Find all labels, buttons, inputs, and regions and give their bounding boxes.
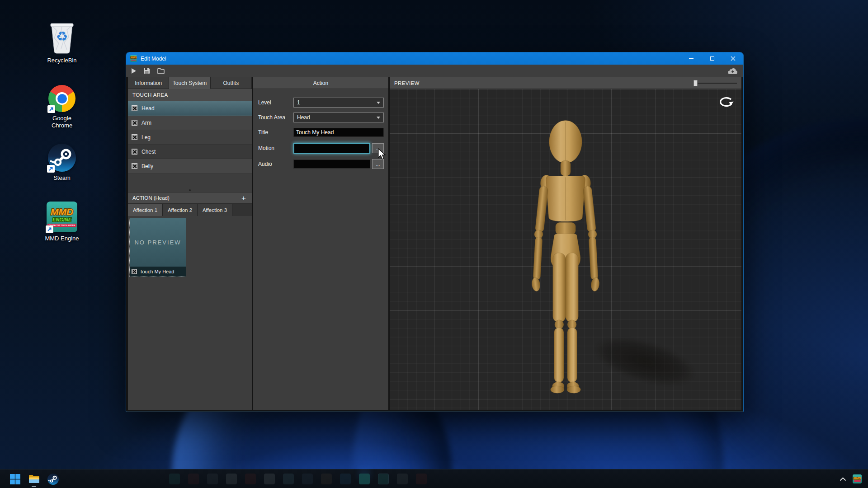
row-label: Arm <box>142 120 151 126</box>
no-preview-placeholder: NO PREVIEW <box>130 218 186 267</box>
checkbox-checked-icon[interactable] <box>132 120 137 126</box>
checkbox-checked-icon[interactable] <box>132 163 137 169</box>
left-panel: Information Touch System Outfits TOUCH A… <box>128 77 252 410</box>
shortcut-arrow-icon <box>47 165 55 173</box>
desktop-icon-mmd-engine[interactable]: MMD ENGINE CHARACTER TOUCH SYSTEM MMD En… <box>35 202 89 242</box>
row-label: Belly <box>142 163 153 169</box>
touch-area-row-head[interactable]: Head <box>128 101 252 116</box>
app-icon: MMD <box>130 55 137 62</box>
action-section-header: ACTION (Head) + <box>128 192 252 204</box>
action-card-caption: Touch My Head <box>130 267 186 277</box>
desktop: ♻ RecycleBin Google Chrome <box>0 0 868 488</box>
touch-area-header: TOUCH AREA <box>128 89 252 101</box>
affection-tabbar: Affection 1 Affection 2 Affection 3 <box>128 204 252 216</box>
mouse-cursor <box>378 148 386 160</box>
recycle-bin-icon: ♻ <box>48 20 76 54</box>
file-explorer-button[interactable] <box>28 473 40 485</box>
toolbar <box>126 65 743 77</box>
slider-track <box>693 83 737 84</box>
touch-area-label: Touch Area <box>258 114 293 121</box>
level-value: 1 <box>297 99 300 106</box>
desktop-icon-label: Google Chrome <box>42 115 81 129</box>
action-form: Level 1 Touch Area Head <box>253 89 388 174</box>
window-body: Information Touch System Outfits TOUCH A… <box>126 77 743 411</box>
tab-affection-1[interactable]: Affection 1 <box>128 204 163 216</box>
preview-panel: PREVIEW <box>390 77 741 410</box>
close-button[interactable] <box>722 52 743 65</box>
tray-chevron-up-icon[interactable] <box>840 477 846 481</box>
start-button[interactable] <box>9 473 21 485</box>
row-label: Leg <box>142 134 151 141</box>
action-panel-header: Action <box>253 77 388 89</box>
ghost-taskbar-icons <box>169 474 427 484</box>
touch-area-list: Head Arm Leg Chest <box>128 101 252 192</box>
title-input[interactable] <box>293 128 384 137</box>
minimize-button[interactable] <box>681 52 702 65</box>
action-section-title: ACTION (Head) <box>132 195 170 201</box>
titlebar[interactable]: MMD Edit Model <box>126 52 743 65</box>
preview-header: PREVIEW <box>390 77 741 89</box>
action-panel: Action Level 1 Touch Area Head <box>253 77 388 410</box>
desktop-icon-label: MMD Engine <box>35 235 89 242</box>
rotate-view-icon[interactable] <box>718 96 734 109</box>
row-label: Chest <box>142 149 156 155</box>
action-card[interactable]: NO PREVIEW Touch My Head <box>129 218 186 277</box>
save-icon[interactable] <box>143 67 150 74</box>
window-title: Edit Model <box>141 56 681 62</box>
touch-area-select[interactable]: Head <box>293 113 384 122</box>
checkbox-checked-icon[interactable] <box>132 149 137 155</box>
add-action-button[interactable]: + <box>239 193 248 202</box>
tab-affection-2[interactable]: Affection 2 <box>163 204 198 216</box>
desktop-icon-steam[interactable]: Steam <box>35 144 89 182</box>
shortcut-arrow-icon <box>46 225 53 233</box>
title-label: Title <box>258 129 293 136</box>
steam-taskbar-button[interactable] <box>47 473 59 485</box>
motion-input[interactable] <box>293 143 370 154</box>
splitter-handle[interactable] <box>189 189 191 191</box>
checkbox-checked-icon[interactable] <box>132 269 137 274</box>
audio-label: Audio <box>258 161 293 167</box>
action-card-region: NO PREVIEW Touch My Head <box>128 216 252 410</box>
mannequin-model <box>510 113 621 410</box>
checkbox-checked-icon[interactable] <box>132 134 137 140</box>
taskbar: MMD <box>0 469 868 488</box>
chevron-down-icon <box>377 102 380 106</box>
maximize-button[interactable] <box>702 52 722 65</box>
main-tabbar: Information Touch System Outfits <box>128 77 252 89</box>
chevron-down-icon <box>377 117 380 121</box>
tab-affection-3[interactable]: Affection 3 <box>198 204 232 216</box>
open-folder-icon[interactable] <box>157 68 165 74</box>
system-tray: MMD <box>840 469 862 488</box>
running-indicator <box>32 486 36 487</box>
level-label: Level <box>258 99 293 106</box>
row-label: Head <box>142 105 155 112</box>
preview-viewport[interactable] <box>390 89 741 410</box>
tab-information[interactable]: Information <box>128 77 169 89</box>
edit-model-window: MMD Edit Model <box>126 52 744 412</box>
tray-mmd-engine-icon[interactable]: MMD <box>853 474 862 483</box>
audio-input[interactable] <box>293 160 370 169</box>
checkbox-checked-icon[interactable] <box>132 105 137 111</box>
preview-zoom-slider[interactable] <box>693 80 737 86</box>
cloud-upload-icon[interactable] <box>727 67 738 75</box>
shortcut-arrow-icon <box>47 105 55 113</box>
touch-area-row-belly[interactable]: Belly <box>128 159 252 174</box>
level-select[interactable]: 1 <box>293 98 384 108</box>
audio-browse-button[interactable]: ... <box>372 159 384 169</box>
action-card-title: Touch My Head <box>140 269 174 274</box>
ghost-active-app-icon <box>359 474 370 484</box>
desktop-icon-recycle-bin[interactable]: ♻ RecycleBin <box>35 20 89 64</box>
tab-outfits[interactable]: Outfits <box>211 77 252 89</box>
slider-thumb[interactable] <box>693 80 698 86</box>
touch-area-row-arm[interactable]: Arm <box>128 116 252 130</box>
tab-touch-system[interactable]: Touch System <box>169 77 210 89</box>
desktop-icon-label: RecycleBin <box>35 57 89 64</box>
play-icon[interactable] <box>132 68 136 74</box>
desktop-icon-google-chrome[interactable]: Google Chrome <box>35 85 89 129</box>
desktop-icon-label: Steam <box>35 174 89 182</box>
svg-text:♻: ♻ <box>56 28 68 44</box>
preview-title: PREVIEW <box>394 80 420 86</box>
touch-area-row-leg[interactable]: Leg <box>128 130 252 145</box>
motion-label: Motion <box>258 145 293 151</box>
touch-area-row-chest[interactable]: Chest <box>128 145 252 159</box>
